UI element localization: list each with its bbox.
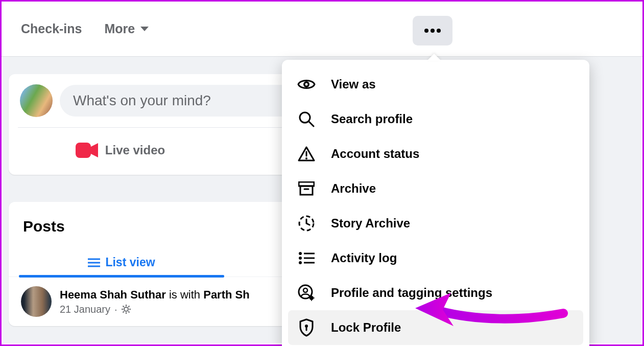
tab-label: More	[104, 21, 135, 36]
svg-line-20	[128, 311, 129, 312]
svg-rect-3	[76, 143, 91, 158]
archive-box-icon	[296, 178, 317, 199]
tagged-name[interactable]: Parth Sh	[203, 288, 249, 301]
svg-line-21	[123, 311, 124, 312]
menu-label: Lock Profile	[331, 320, 401, 335]
tab-label: Check-ins	[21, 21, 82, 36]
tab-more[interactable]: More	[104, 21, 149, 36]
caret-down-icon	[140, 26, 149, 32]
more-options-button[interactable]	[413, 16, 452, 45]
gear-icon[interactable]	[122, 305, 131, 314]
svg-point-33	[299, 252, 302, 255]
post-date: 21 January	[60, 304, 110, 315]
composer-placeholder: What's on your mind?	[73, 93, 211, 109]
menu-item-activity-log[interactable]: Activity log	[288, 241, 583, 275]
menu-label: Archive	[331, 181, 376, 196]
clock-history-icon	[296, 213, 317, 234]
svg-point-0	[424, 29, 428, 33]
svg-line-19	[123, 306, 124, 307]
list-icon	[88, 258, 100, 268]
author-name[interactable]: Heema Shah Suthar	[60, 288, 166, 301]
menu-label: Activity log	[331, 251, 397, 265]
menu-item-lock-profile[interactable]: Lock Profile	[288, 310, 583, 345]
posts-heading: Posts	[23, 218, 65, 235]
video-camera-icon	[76, 142, 98, 159]
profile-tabbar: Check-ins More	[2, 2, 642, 57]
menu-label: Profile and tagging settings	[331, 286, 492, 300]
svg-point-14	[124, 307, 128, 311]
svg-point-28	[305, 157, 307, 159]
profile-gear-icon	[296, 283, 317, 303]
svg-point-35	[299, 257, 302, 260]
avatar[interactable]	[20, 84, 53, 117]
warning-triangle-icon	[296, 144, 317, 164]
profile-more-menu: View as Search profile Account status Ar…	[282, 60, 589, 346]
svg-point-24	[305, 83, 308, 86]
menu-label: View as	[331, 77, 376, 91]
tab-list-view[interactable]: List view	[14, 246, 229, 276]
svg-line-22	[128, 306, 129, 307]
menu-item-story-archive[interactable]: Story Archive	[288, 206, 583, 241]
menu-item-profile-tagging[interactable]: Profile and tagging settings	[288, 275, 583, 310]
menu-label: Search profile	[331, 112, 413, 126]
live-video-button[interactable]: Live video	[14, 136, 227, 165]
search-icon	[296, 109, 317, 129]
action-label: Live video	[105, 143, 165, 157]
post-author-line: Heema Shah Suthar is with Parth Sh	[60, 288, 250, 302]
tab-checkins[interactable]: Check-ins	[21, 21, 82, 36]
svg-point-40	[303, 288, 307, 292]
svg-rect-30	[300, 186, 313, 195]
menu-item-account-status[interactable]: Account status	[288, 136, 583, 171]
svg-point-1	[431, 29, 435, 33]
tab-label: List view	[105, 256, 155, 269]
svg-point-2	[437, 29, 441, 33]
menu-item-view-as[interactable]: View as	[288, 67, 583, 102]
svg-point-41	[309, 296, 314, 300]
verb-text: is with	[166, 288, 203, 301]
dot: ·	[114, 304, 117, 315]
menu-item-archive[interactable]: Archive	[288, 171, 583, 206]
list-bullet-icon	[296, 248, 317, 268]
avatar[interactable]	[21, 286, 52, 317]
menu-label: Account status	[331, 147, 419, 161]
svg-line-26	[309, 122, 314, 126]
eye-icon	[296, 74, 317, 95]
shield-lock-icon	[296, 317, 317, 338]
menu-label: Story Archive	[331, 216, 410, 230]
ellipsis-icon	[423, 28, 442, 33]
svg-point-37	[299, 261, 302, 264]
menu-item-search-profile[interactable]: Search profile	[288, 102, 583, 136]
